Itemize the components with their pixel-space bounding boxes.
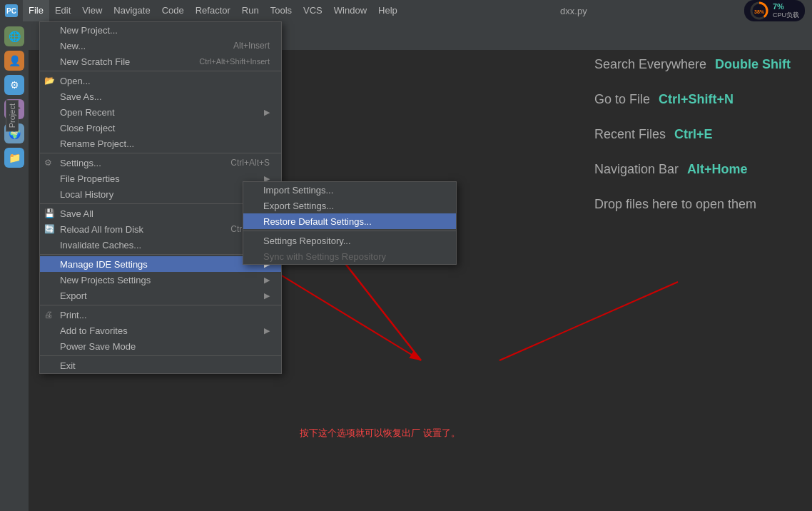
settings-shortcut: Ctrl+Alt+S <box>230 158 270 168</box>
save-all-label: Save All <box>60 208 93 219</box>
settings-icon: ⚙ <box>44 158 52 168</box>
submenu-manage-ide: Import Settings... Export Settings... Re… <box>243 181 457 265</box>
submenu-item-import-settings[interactable]: Import Settings... <box>243 182 456 198</box>
exit-label: Exit <box>60 360 76 371</box>
menu-file[interactable]: File <box>23 0 49 21</box>
sidebar-icon-orange[interactable]: 👤 <box>4 51 24 71</box>
open-icon: 📂 <box>44 76 55 86</box>
svg-text:38%: 38% <box>754 9 765 14</box>
menubar: File Edit View Navigate Code Refactor Ru… <box>23 0 403 21</box>
settings-label: Settings... <box>60 158 101 168</box>
restore-defaults-label: Restore Default Settings... <box>263 216 372 227</box>
print-label: Print... <box>60 310 87 320</box>
menu-item-settings[interactable]: ⚙ Settings... Ctrl+Alt+S <box>40 155 281 171</box>
menu-item-save-as[interactable]: Save As... <box>40 88 281 104</box>
search-everywhere-row: Search Everywhere Double Shift <box>594 57 791 72</box>
nav-bar-label: Navigation Bar <box>594 162 679 177</box>
cpu-widget: 38% 7% CPU负载 <box>744 0 805 21</box>
submenu-item-settings-repo[interactable]: Settings Repository... <box>243 233 456 248</box>
cpu-label: CPU负载 <box>773 11 799 19</box>
menu-help[interactable]: Help <box>372 0 403 21</box>
submenu-item-export-settings[interactable]: Export Settings... <box>243 198 456 213</box>
divider-2 <box>40 153 281 153</box>
divider-6 <box>40 355 281 356</box>
open-label: Open... <box>60 76 91 86</box>
rename-project-label: Rename Project... <box>60 138 134 149</box>
new-project-label: New Project... <box>60 25 118 36</box>
new-shortcut: Alt+Insert <box>233 41 270 51</box>
app-icon: PC <box>0 0 23 21</box>
file-properties-label: File Properties <box>60 173 120 184</box>
divider-5 <box>40 305 281 305</box>
menu-item-new[interactable]: New... Alt+Insert <box>40 38 281 54</box>
menu-edit[interactable]: Edit <box>49 0 76 21</box>
project-tab[interactable]: Project <box>6 100 19 131</box>
sidebar-icon-green[interactable]: 🌐 <box>4 26 24 46</box>
menu-vcs[interactable]: VCS <box>298 0 328 21</box>
menu-item-new-scratch[interactable]: New Scratch File Ctrl+Alt+Shift+Insert <box>40 54 281 69</box>
settings-repo-label: Settings Repository... <box>263 236 351 246</box>
goto-file-row: Go to File Ctrl+Shift+N <box>594 92 791 107</box>
left-sidebar: 🌐 👤 ⚙ 🎓 🌍 📁 <box>0 21 29 511</box>
menu-item-exit[interactable]: Exit <box>40 358 281 373</box>
nav-bar-shortcut: Alt+Home <box>687 162 748 177</box>
titlebar-filename: dxx.py <box>403 6 744 16</box>
save-all-icon: 💾 <box>44 208 55 218</box>
submenu-divider-1 <box>243 231 456 231</box>
submenu-item-sync-settings: Sync with Settings Repository <box>243 248 456 264</box>
menu-tools[interactable]: Tools <box>265 0 298 21</box>
import-settings-label: Import Settings... <box>263 185 333 196</box>
drop-files-label: Drop files here to open them <box>594 197 756 212</box>
reload-label: Reload All from Disk <box>60 224 143 235</box>
divider-1 <box>40 71 281 71</box>
cpu-text-block: 7% CPU负载 <box>773 2 799 19</box>
menu-item-rename-project[interactable]: Rename Project... <box>40 136 281 151</box>
menu-item-open[interactable]: 📂 Open... <box>40 73 281 88</box>
goto-file-shortcut: Ctrl+Shift+N <box>659 92 734 107</box>
menu-item-new-projects-settings[interactable]: New Projects Settings ▶ <box>40 272 281 288</box>
goto-file-label: Go to File <box>594 92 650 107</box>
menu-item-add-favorites[interactable]: Add to Favorites ▶ <box>40 323 281 338</box>
recent-files-label: Recent Files <box>594 127 666 142</box>
cpu-circle-chart: 38% <box>750 1 768 20</box>
nav-bar-row: Navigation Bar Alt+Home <box>594 162 791 177</box>
power-save-label: Power Save Mode <box>60 341 136 352</box>
menu-item-open-recent[interactable]: Open Recent ▶ <box>40 104 281 120</box>
menu-refactor[interactable]: Refactor <box>190 0 236 21</box>
save-as-label: Save As... <box>60 91 102 102</box>
titlebar: PC File Edit View Navigate Code Refactor… <box>0 0 812 21</box>
svg-text:PC: PC <box>6 7 16 15</box>
sidebar-icon-person[interactable]: 📁 <box>4 148 24 168</box>
menu-run[interactable]: Run <box>236 0 265 21</box>
menu-window[interactable]: Window <box>328 0 372 21</box>
submenu-item-restore-defaults[interactable]: Restore Default Settings... <box>243 213 456 229</box>
export-arrow: ▶ <box>264 291 270 300</box>
export-label: Export <box>60 290 87 301</box>
invalidate-label: Invalidate Caches... <box>60 240 141 251</box>
menu-item-new-project[interactable]: New Project... <box>40 22 281 38</box>
menu-view[interactable]: View <box>76 0 108 21</box>
sync-settings-label: Sync with Settings Repository <box>263 251 386 262</box>
search-everywhere-label: Search Everywhere <box>594 57 706 72</box>
open-recent-arrow: ▶ <box>264 108 270 117</box>
recent-files-shortcut: Ctrl+E <box>674 127 713 142</box>
menu-item-print[interactable]: 🖨 Print... <box>40 307 281 323</box>
annotation-chinese-text: 按下这个选项就可以恢复出厂 设置了。 <box>300 427 460 440</box>
menu-item-power-save[interactable]: Power Save Mode <box>40 338 281 354</box>
menu-navigate[interactable]: Navigate <box>108 0 156 21</box>
new-scratch-label: New Scratch File <box>60 56 130 67</box>
close-project-label: Close Project <box>60 123 115 133</box>
local-history-label: Local History <box>60 189 113 200</box>
new-scratch-shortcut: Ctrl+Alt+Shift+Insert <box>199 57 270 66</box>
sidebar-icon-blue[interactable]: ⚙ <box>4 75 24 95</box>
print-icon: 🖨 <box>44 310 53 320</box>
add-favorites-arrow: ▶ <box>264 326 270 335</box>
menu-item-export[interactable]: Export ▶ <box>40 288 281 303</box>
menu-code[interactable]: Code <box>156 0 190 21</box>
reload-icon: 🔄 <box>44 224 55 234</box>
menu-item-close-project[interactable]: Close Project <box>40 120 281 136</box>
cpu-percent: 7% <box>773 2 799 11</box>
manage-ide-label: Manage IDE Settings <box>60 259 148 270</box>
export-settings-label: Export Settings... <box>263 201 334 211</box>
search-everywhere-shortcut: Double Shift <box>715 57 791 72</box>
